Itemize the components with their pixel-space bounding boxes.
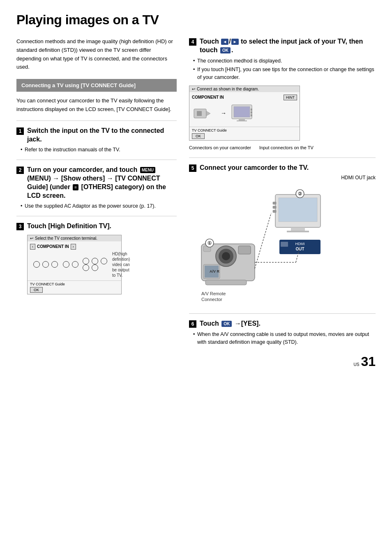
page-number: 31 (361, 354, 376, 369)
tv-small-icon (231, 103, 253, 123)
step-1-title: Switch the input on the TV to the connec… (27, 127, 177, 144)
svg-rect-5 (239, 119, 245, 120)
step-4-num: 4 (189, 38, 196, 46)
connectors-labels: Connectors on your camcorder Input conne… (189, 145, 376, 151)
port-4 (63, 261, 69, 268)
port-1 (33, 261, 40, 268)
svg-text:HDMI: HDMI (295, 242, 305, 246)
step4-instruction: Connect as shown in the diagram. (197, 87, 259, 91)
svg-text:①: ① (208, 241, 212, 245)
screen-nav-row: ‹ COMPONENT IN › (30, 243, 119, 250)
step-2-num: 2 (16, 167, 24, 174)
tv-connect-guide-label: TV CONNECT Guide (30, 282, 119, 286)
svg-rect-6 (237, 120, 247, 121)
svg-text:Connector: Connector (201, 297, 222, 302)
screen-content: ‹ COMPONENT IN › (28, 241, 121, 280)
step-6-num: 6 (189, 320, 196, 328)
intro-text: Connection methods and the image quality… (16, 37, 177, 72)
step-2-bullets: Use the supplied AC Adaptor as the power… (16, 202, 177, 210)
nav-right-btn[interactable]: › (71, 244, 76, 250)
svg-rect-7 (251, 109, 252, 111)
ports-row2 (83, 258, 107, 264)
svg-text:②: ② (298, 191, 302, 196)
ok-btn-inline: OK (220, 47, 231, 53)
step-6-bullet-1: When the A/V connecting cable is used to… (193, 331, 376, 346)
svg-rect-27 (238, 246, 251, 254)
step-5-num: 5 (189, 164, 196, 172)
others-icon: ≡ (73, 184, 78, 190)
port-1b (83, 258, 89, 264)
svg-point-26 (222, 252, 230, 260)
step-2-bullet-1: Use the supplied AC Adaptor as the power… (21, 202, 177, 210)
step-4-bullets: The connection medhod is displayed. If y… (189, 57, 376, 81)
svg-rect-12 (291, 227, 305, 231)
step4-diagram-row: → (192, 103, 297, 123)
svg-rect-16 (273, 210, 276, 213)
screen-instruction: Select the TV connection terminal. (35, 236, 97, 241)
step-4-title: Touch ◄/► to select the input jack of yo… (200, 37, 376, 55)
step4-nav-row: COMPONENT IN HINT (192, 94, 297, 101)
svg-rect-15 (273, 206, 276, 208)
svg-rect-8 (251, 111, 252, 113)
step4-screen-content: COMPONENT IN HINT → (189, 92, 300, 127)
step-3-num: 3 (16, 223, 24, 230)
ports-and-desc: HD(high definition)video can be outputto… (30, 250, 119, 279)
step-1-num: 1 (16, 127, 24, 135)
camcorder-diagram-svg: ② HDMI OUT (189, 182, 329, 306)
step-1-bullets: Refer to the instruction manuals of the … (16, 146, 177, 154)
port-4b (83, 264, 89, 271)
step-4-bullet-2: If you touch [HINT], you can see tips fo… (193, 66, 376, 81)
step-3-title: Touch [High Definition TV]. (27, 222, 111, 231)
svg-text:A/V Remote: A/V Remote (201, 291, 226, 296)
svg-rect-11 (279, 198, 317, 222)
hd-desc: HD(high definition)video can be outputto… (112, 251, 130, 278)
connector-label-2: Input connectors on the TV (259, 145, 314, 151)
left-column: Connection methods and the image quality… (16, 37, 177, 369)
arrow-icon: → (221, 110, 226, 116)
section-header: Connecting a TV using [TV CONNECT Guide] (16, 79, 177, 92)
right-column: 4 Touch ◄/► to select the input jack of … (189, 37, 376, 369)
svg-marker-2 (206, 111, 210, 116)
port-5b (92, 264, 98, 271)
step4-footer-label: TV CONNECT Guide (192, 128, 297, 132)
hint-btn[interactable]: HINT (284, 95, 297, 100)
port-3b (101, 258, 107, 264)
step-5-block: 5 Connect your camcorder to the TV. HDMI… (189, 164, 376, 307)
screen-top-bar: ↩ Select the TV connection terminal. (28, 235, 121, 241)
step-3-screen: ↩ Select the TV connection terminal. ‹ C… (27, 235, 122, 294)
port-3 (51, 261, 58, 268)
step-4-pre: Touch (200, 38, 219, 45)
step4-component-label: COMPONENT IN (192, 95, 224, 100)
step-3-block: 3 Touch [High Definition TV]. ↩ Select t… (16, 222, 177, 294)
page-number-area: US 31 (189, 354, 376, 369)
step-4-screen: ↩ Connect as shown in the diagram. COMPO… (189, 86, 300, 141)
step-1-bullet-1: Refer to the instruction manuals of the … (21, 146, 177, 154)
svg-line-37 (255, 213, 271, 269)
step4-screen-top: ↩ Connect as shown in the diagram. (189, 86, 300, 92)
svg-rect-1 (197, 111, 202, 116)
svg-text:A/V R: A/V R (210, 269, 220, 273)
step-6-title: Touch OK →[YES]. (200, 320, 261, 328)
svg-rect-13 (287, 231, 309, 232)
step-2-block: 2 Turn on your camcorder, and touch MENU… (16, 166, 177, 210)
step-6-post: →[YES]. (235, 320, 261, 327)
port-5 (72, 261, 78, 268)
ok-btn[interactable]: OK (30, 287, 43, 293)
step-6-ok-btn: OK (221, 321, 232, 327)
step-6-bullets: When the A/V connecting cable is used to… (189, 331, 376, 346)
step4-ok-btn[interactable]: OK (192, 133, 205, 139)
nav-left-icon: ◄ (221, 39, 228, 45)
port-2 (42, 261, 49, 268)
screen-footer: TV CONNECT Guide OK (28, 280, 121, 294)
page-locale: US (354, 362, 360, 367)
back-arrow-icon: ↩ (30, 236, 33, 241)
connector-label-1: Connectors on your camcorder (189, 145, 251, 151)
nav-left-btn[interactable]: ‹ (30, 244, 35, 250)
port-2b (92, 258, 98, 264)
camcorder-small-icon (192, 103, 217, 123)
svg-rect-4 (234, 107, 250, 117)
ports-row (30, 261, 78, 268)
nav-right-icon: ► (231, 39, 239, 45)
step-4-block: 4 Touch ◄/► to select the input jack of … (189, 37, 376, 151)
page-title: Playing images on a TV (16, 12, 376, 28)
